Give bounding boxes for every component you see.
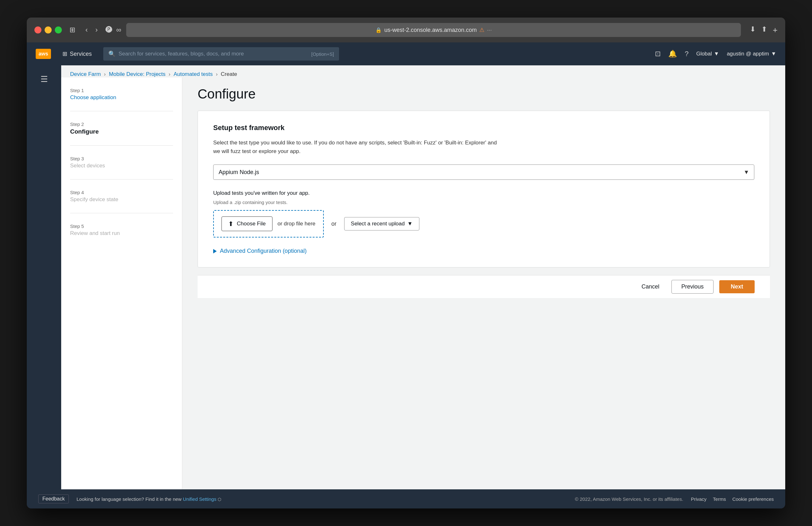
- terms-link[interactable]: Terms: [713, 496, 726, 502]
- extensions: 🅟 ∞: [105, 26, 121, 34]
- aws-logo-text: aws: [39, 51, 48, 57]
- step-5-item: Step 5 Review and start run: [70, 224, 173, 237]
- traffic-lights: [34, 27, 62, 33]
- other-extension-icon[interactable]: ∞: [116, 26, 121, 34]
- breadcrumb: Device Farm › Mobile Device: Projects › …: [61, 65, 785, 77]
- drop-text: or drop file here: [278, 221, 316, 227]
- cancel-button[interactable]: Cancel: [635, 280, 666, 293]
- steps-nav: Step 1 Choose application Step 2 Configu…: [61, 77, 182, 489]
- download-icon[interactable]: ⬇: [750, 25, 756, 35]
- external-link-icon: ⬡: [218, 497, 221, 502]
- region-chevron-icon: ▼: [714, 51, 719, 57]
- breadcrumb-create: Create: [221, 71, 237, 77]
- user-label: agustin @ apptim: [727, 51, 769, 57]
- advanced-config-toggle[interactable]: Advanced Configuration (optional): [213, 248, 754, 254]
- feedback-button[interactable]: Feedback: [38, 495, 69, 503]
- footer-copyright: © 2022, Amazon Web Services, Inc. or its…: [575, 496, 683, 502]
- test-type-dropdown[interactable]: Appium Node.js Appium Java JUnit Appium …: [213, 165, 754, 180]
- lock-icon: 🔒: [375, 27, 382, 33]
- close-button[interactable]: [34, 27, 41, 33]
- aws-navbar: aws ⊞ Services 🔍 [Option+S] ⊡ 🔔 ? Global…: [27, 42, 785, 65]
- content-wrapper: Step 1 Choose application Step 2 Configu…: [61, 77, 785, 489]
- aws-nav-right: ⊡ 🔔 ? Global ▼ agustin @ apptim ▼: [655, 50, 776, 58]
- bell-icon[interactable]: 🔔: [668, 50, 677, 58]
- breadcrumb-automated-tests[interactable]: Automated tests: [174, 71, 213, 77]
- main-area: ☰ Device Farm › Mobile Device: Projects …: [27, 65, 785, 489]
- back-button[interactable]: ‹: [83, 25, 90, 35]
- footer-links: Privacy Terms Cookie preferences: [691, 496, 774, 502]
- sidebar: ☰: [27, 65, 61, 489]
- step-1-title[interactable]: Choose application: [70, 94, 173, 101]
- step-3-item: Step 3 Select devices: [70, 156, 173, 169]
- aws-logo-box: aws: [36, 49, 51, 59]
- step-5-label: Step 5: [70, 224, 173, 229]
- upload-zone[interactable]: ⬆ Choose File or drop file here: [213, 210, 324, 238]
- page-content: Device Farm › Mobile Device: Projects › …: [61, 65, 785, 489]
- step-2-title: Configure: [70, 128, 173, 135]
- choose-file-button[interactable]: ⬆ Choose File: [221, 216, 273, 231]
- advanced-config-label: Advanced Configuration (optional): [220, 248, 307, 254]
- step-divider-4: [70, 213, 173, 213]
- user-menu-button[interactable]: agustin @ apptim ▼: [727, 51, 776, 57]
- region-button[interactable]: Global ▼: [696, 51, 719, 57]
- step-1-label: Step 1: [70, 88, 173, 93]
- step-divider-3: [70, 179, 173, 180]
- breadcrumb-projects[interactable]: Mobile Device: Projects: [109, 71, 166, 77]
- or-text: or: [331, 221, 336, 227]
- terminal-icon[interactable]: ⊡: [655, 50, 661, 58]
- grid-icon: ⊞: [62, 51, 67, 57]
- browser-window: ⊞ ‹ › 🅟 ∞ 🔒 us-west-2.console.aws.amazon…: [27, 17, 785, 509]
- search-bar[interactable]: 🔍 [Option+S]: [103, 47, 339, 60]
- breadcrumb-sep-1: ›: [104, 71, 105, 77]
- previous-button[interactable]: Previous: [671, 280, 713, 294]
- address-bar[interactable]: 🔒 us-west-2.console.aws.amazon.com ⚠ ···: [126, 23, 741, 37]
- step-3-label: Step 3: [70, 156, 173, 161]
- advanced-config-expand-icon: [213, 249, 217, 253]
- card-title: Setup test framework: [213, 124, 754, 132]
- search-shortcut: [Option+S]: [311, 51, 334, 57]
- breadcrumb-sep-2: ›: [169, 71, 170, 77]
- step-divider-1: [70, 111, 173, 111]
- footer: Feedback Looking for language selection?…: [27, 489, 785, 509]
- cookie-preferences-link[interactable]: Cookie preferences: [732, 496, 774, 502]
- share-icon[interactable]: ⬆: [761, 25, 767, 35]
- aws-logo: aws: [36, 49, 51, 59]
- minimize-button[interactable]: [45, 27, 52, 33]
- recent-upload-arrow-icon: ▼: [407, 221, 413, 227]
- titlebar: ⊞ ‹ › 🅟 ∞ 🔒 us-west-2.console.aws.amazon…: [27, 17, 785, 42]
- step-4-title: Specify device state: [70, 196, 173, 203]
- help-icon[interactable]: ?: [684, 50, 688, 58]
- services-button[interactable]: ⊞ Services: [59, 48, 96, 59]
- region-label: Global: [696, 51, 712, 57]
- bottom-action-bar: Cancel Previous Next: [198, 275, 770, 298]
- step-1-item: Step 1 Choose application: [70, 88, 173, 101]
- user-chevron-icon: ▼: [771, 51, 776, 57]
- warning-icon: ⚠: [479, 27, 484, 33]
- upload-label: Upload tests you've written for your app…: [213, 190, 754, 196]
- test-type-dropdown-wrapper: Appium Node.js Appium Java JUnit Appium …: [213, 165, 754, 180]
- hamburger-button[interactable]: ☰: [38, 72, 50, 87]
- nav-buttons: ‹ ›: [83, 25, 100, 35]
- more-icon: ···: [487, 27, 492, 33]
- privacy-link[interactable]: Privacy: [691, 496, 707, 502]
- step-4-item: Step 4 Specify device state: [70, 190, 173, 203]
- password-extension-icon[interactable]: 🅟: [105, 26, 113, 34]
- maximize-button[interactable]: [55, 27, 62, 33]
- unified-settings-link[interactable]: Unified Settings: [183, 496, 216, 502]
- step-3-title: Select devices: [70, 162, 173, 169]
- search-input[interactable]: [118, 51, 308, 57]
- search-icon: 🔍: [108, 51, 115, 57]
- description-text: Select the test type you would like to u…: [213, 138, 500, 156]
- footer-info-text: Looking for language selection? Find it …: [76, 496, 567, 502]
- page-title: Configure: [198, 86, 770, 102]
- sidebar-toggle-button[interactable]: ⊞: [70, 26, 75, 34]
- breadcrumb-device-farm[interactable]: Device Farm: [70, 71, 101, 77]
- forward-button[interactable]: ›: [93, 25, 100, 35]
- setup-card: Setup test framework Select the test typ…: [198, 111, 770, 268]
- new-tab-icon[interactable]: +: [773, 25, 778, 35]
- recent-upload-button[interactable]: Select a recent upload ▼: [344, 217, 419, 230]
- step-5-title: Review and start run: [70, 230, 173, 237]
- recent-upload-label: Select a recent upload: [351, 221, 405, 227]
- content-area: Configure Setup test framework Select th…: [182, 77, 785, 489]
- next-button[interactable]: Next: [719, 280, 755, 293]
